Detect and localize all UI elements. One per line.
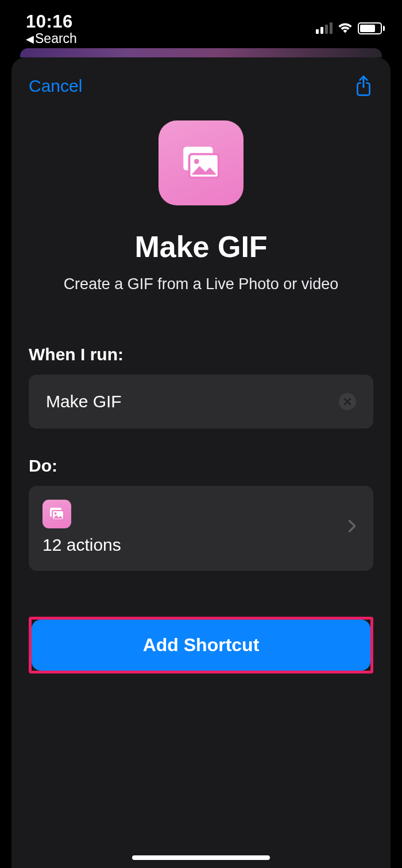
battery-icon <box>358 22 385 34</box>
shortcut-title: Make GIF <box>134 229 267 264</box>
cellular-signal-icon <box>316 22 333 34</box>
shortcut-detail-sheet: Cancel Make GIF Create a GIF from a Live… <box>11 57 391 868</box>
shortcut-name-value: Make GIF <box>46 392 122 411</box>
status-indicators <box>316 11 385 36</box>
home-indicator[interactable] <box>132 855 270 860</box>
shortcut-name-input[interactable]: Make GIF <box>29 375 373 429</box>
do-label: Do: <box>29 456 373 476</box>
shortcut-hero: Make GIF Create a GIF from a Live Photo … <box>11 103 391 293</box>
actions-count: 12 actions <box>42 535 121 555</box>
close-icon <box>343 398 351 406</box>
background-card-peek <box>20 48 382 57</box>
clear-name-button[interactable] <box>339 393 356 410</box>
status-left: 10:16 ◀ Search <box>26 11 77 46</box>
annotation-highlight: Add Shortcut <box>29 617 373 674</box>
sheet-header: Cancel <box>11 57 391 103</box>
do-section: Do: 12 actions <box>11 456 391 571</box>
when-label: When I run: <box>29 345 373 364</box>
photos-stack-icon <box>177 139 225 186</box>
share-button[interactable] <box>354 75 373 98</box>
back-arrow-icon: ◀ <box>26 33 34 45</box>
actions-row[interactable]: 12 actions <box>29 486 373 571</box>
back-label: Search <box>35 31 77 46</box>
when-i-run-section: When I run: Make GIF <box>11 345 391 429</box>
share-icon <box>355 75 372 97</box>
photos-stack-icon <box>48 505 66 523</box>
add-shortcut-button[interactable]: Add Shortcut <box>32 620 370 671</box>
wifi-icon <box>337 21 353 36</box>
shortcut-subtitle: Create a GIF from a Live Photo or video <box>64 275 339 293</box>
svg-point-7 <box>55 512 57 515</box>
back-to-search[interactable]: ◀ Search <box>26 31 77 46</box>
cancel-button[interactable]: Cancel <box>29 76 82 96</box>
status-bar: 10:16 ◀ Search <box>0 0 402 52</box>
status-time: 10:16 <box>26 11 73 32</box>
chevron-right-icon <box>348 519 356 535</box>
shortcut-icon <box>159 120 243 205</box>
actions-mini-icon <box>42 500 71 528</box>
svg-point-4 <box>194 159 199 164</box>
add-shortcut-container: Add Shortcut <box>11 617 391 674</box>
